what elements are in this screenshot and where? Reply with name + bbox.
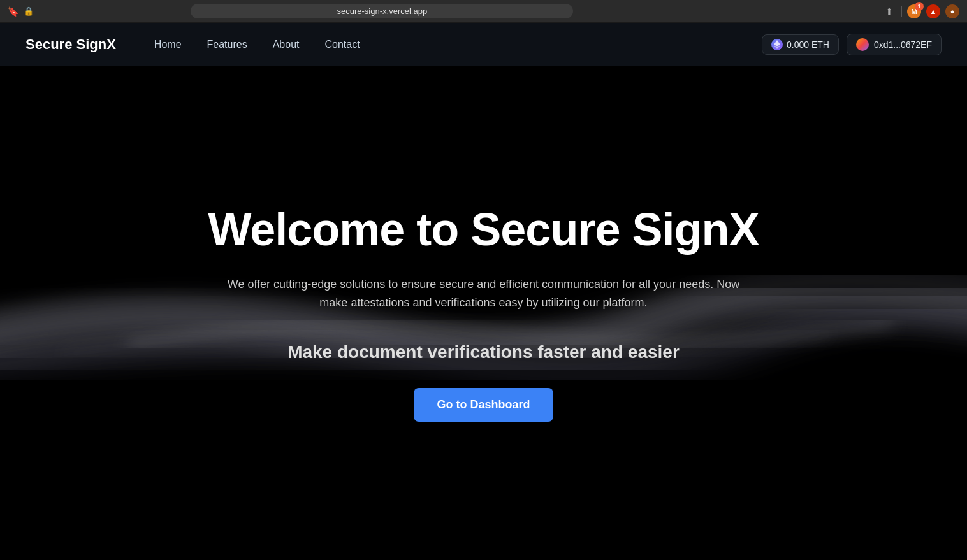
profile-icon[interactable]: ● xyxy=(945,4,959,18)
go-to-dashboard-button[interactable]: Go to Dashboard xyxy=(414,388,553,422)
bookmark-icon: 🔖 xyxy=(8,6,18,17)
nav-logo[interactable]: Secure SignX xyxy=(25,36,116,53)
hero-subtitle: We offer cutting-edge solutions to ensur… xyxy=(212,275,754,312)
metamask-icon[interactable]: M 1 xyxy=(907,4,921,18)
browser-chrome: 🔖 🔒 secure-sign-x.vercel.app ⬆ M 1 ▲ ● xyxy=(0,0,967,23)
hero-tagline: Make document verifications faster and e… xyxy=(208,342,759,363)
hero-title: Welcome to Secure SignX xyxy=(208,205,759,255)
navbar: Secure SignX Home Features About Contact… xyxy=(0,23,967,66)
metamask-badge: 1 xyxy=(915,2,924,11)
nav-link-home[interactable]: Home xyxy=(154,39,182,50)
nav-link-features[interactable]: Features xyxy=(207,39,247,50)
nav-link-contact[interactable]: Contact xyxy=(324,39,360,50)
alert-icon[interactable]: ▲ xyxy=(926,4,940,18)
hero-content: Welcome to Secure SignX We offer cutting… xyxy=(183,205,785,422)
eth-icon xyxy=(771,39,783,50)
eth-value: 0.000 ETH xyxy=(787,39,829,50)
separator xyxy=(901,6,902,17)
browser-right-actions: ⬆ M 1 ▲ ● xyxy=(882,4,959,18)
secure-icon: 🔒 xyxy=(24,6,34,16)
wallet-avatar xyxy=(856,38,869,51)
wallet-address[interactable]: 0xd1...0672EF xyxy=(847,34,942,55)
nav-right: 0.000 ETH 0xd1...0672EF xyxy=(762,34,942,55)
hero-section: Welcome to Secure SignX We offer cutting… xyxy=(0,66,967,560)
nav-link-about[interactable]: About xyxy=(273,39,300,50)
eth-balance[interactable]: 0.000 ETH xyxy=(762,34,839,55)
nav-links: Home Features About Contact xyxy=(154,39,762,50)
url-bar[interactable]: secure-sign-x.vercel.app xyxy=(191,4,573,18)
wallet-text: 0xd1...0672EF xyxy=(874,39,932,50)
share-icon[interactable]: ⬆ xyxy=(882,4,896,18)
